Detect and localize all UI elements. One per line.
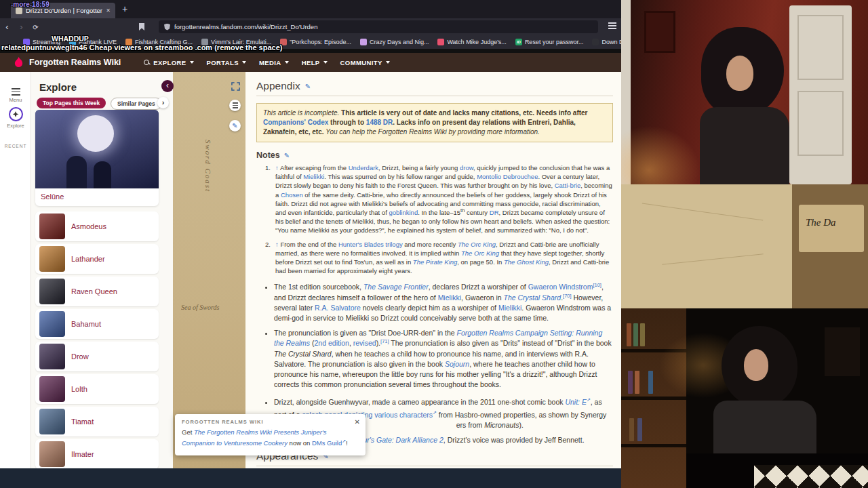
page-thumbnail [39,214,65,239]
list-item[interactable]: Lolth [35,374,159,404]
wiki-link[interactable]: DMs Guild [312,439,342,447]
bookmark-item[interactable]: Crazy Days and Nig... [360,39,429,45]
wiki-link[interactable]: The Crystal Shard [504,293,561,302]
wiki-header: Forgotten Realms Wiki EXPLORE PORTALS ME… [0,53,621,72]
list-item[interactable]: Bahamut [35,309,159,339]
wiki-site-title[interactable]: Forgotten Realms Wiki [29,58,121,67]
edit-section-icon[interactable] [305,83,311,90]
wiki-link[interactable]: Catti-brie [555,182,581,189]
browser-menu-icon[interactable] [608,22,616,29]
wiki-link[interactable]: Mielikki [438,293,461,302]
rail-explore-button[interactable]: Explore [0,107,31,129]
bookmark-flag-icon[interactable] [139,23,144,30]
edit-section-icon[interactable] [284,152,290,159]
pills-scroll-button[interactable] [157,97,169,108]
wiki-link[interactable]: 1488 DR [366,119,393,126]
close-icon[interactable] [355,418,360,426]
nav-media[interactable]: MEDIA [259,59,289,66]
bookmark-item[interactable]: "Porkchops: Episode... [280,39,351,45]
webcam-feed-top [621,0,868,184]
picture-frame [825,327,860,376]
wiki-link[interactable]: revised [353,339,376,347]
search-icon [144,60,150,66]
wiki-link[interactable]: DR [490,209,499,216]
notes-list: ↑ After escaping from the Underdark, Dri… [256,163,613,275]
page-back-button[interactable] [161,80,174,92]
fullscreen-icon[interactable] [230,81,241,92]
list-item[interactable]: Raven Queen [35,277,159,306]
note-item: ↑ After escaping from the Underdark, Dri… [275,163,613,235]
wiki-link[interactable]: Unit: E [565,398,587,406]
chevron-down-icon [242,61,246,64]
pencil-icon [232,122,237,129]
reference-item: The pronunciation is given as "Drist Doe… [274,328,613,390]
wiki-link[interactable]: The Savage Frontier [363,283,429,291]
explore-panel: Explore Top Pages this Week Similar Page… [31,72,173,468]
wiki-link[interactable]: ↑ [275,164,280,171]
url-bar[interactable]: forgottenrealms.fandom.com/wiki/Drizzt_D… [159,20,598,33]
wiki-link[interactable]: [10] [593,282,601,288]
nav-explore[interactable]: EXPLORE [144,59,193,66]
reload-button[interactable] [28,22,43,32]
wiki-link[interactable]: R.A. Salvatore [315,304,361,312]
bookmark-favicon [592,39,599,45]
wiki-link[interactable]: Gwaeron Windstrom [528,283,593,291]
reference-item: The 1st edition sourcebook, The Savage F… [274,282,613,323]
nav-community[interactable]: COMMUNITY [340,59,390,66]
chevron-down-icon [386,61,390,64]
article-content: Appendix This article is incomplete. Thi… [245,72,621,468]
wiki-link[interactable]: Mielikki [303,173,324,180]
list-item[interactable]: Ilmater [35,439,159,468]
list-item[interactable]: Drow [35,342,159,371]
wiki-link[interactable]: [70] [563,292,572,298]
wiki-link[interactable]: Chosen [281,191,303,199]
wiki-link[interactable]: Companions' Codex [263,119,328,126]
wiki-link[interactable]: Sojourn [445,360,469,368]
wiki-link[interactable]: 2nd edition [315,339,349,347]
list-item[interactable]: Asmodeus [35,211,159,241]
pill-top-pages[interactable]: Top Pages this Week [37,98,106,108]
bookmark-item[interactable]: Watch Mike Judge's... [437,39,506,45]
wiki-link[interactable]: Underdark [349,164,378,171]
chevron-down-icon [190,61,194,64]
stream-chat-text: -more-18:59 [11,1,50,8]
wiki-link[interactable]: The Orc King [458,241,496,248]
picture-frame [644,11,675,53]
fandom-logo-icon[interactable] [14,57,24,68]
bookmark-favicon [360,39,367,45]
new-tab-button[interactable] [122,3,127,14]
wiki-link[interactable]: Montolio Debrouchee [477,173,538,180]
table-of-contents-button[interactable] [229,100,241,111]
wiki-link[interactable]: [71] [380,338,389,344]
wiki-link[interactable]: goblinkind [389,209,418,216]
list-item[interactable]: Lathander [35,244,159,274]
nav-help[interactable]: HELP [302,59,328,66]
map-region-label: The Da [806,217,836,228]
bookmark-item[interactable]: IDReset your passwor... [515,39,584,45]
list-item[interactable]: Tiamat [35,407,159,436]
wiki-link[interactable]: The Ghost King [504,258,549,266]
shield-icon[interactable] [164,24,170,30]
note-item: ↑ From the end of the Hunter's Blades tr… [275,240,613,276]
back-button[interactable] [0,22,14,32]
list-icon [233,102,238,108]
nav-portals[interactable]: PORTALS [207,59,246,66]
explore-panel-title: Explore [39,81,77,93]
forward-button[interactable] [14,22,28,32]
wiki-link[interactable]: drow [460,164,473,171]
wiki-link[interactable]: Mielikki [498,304,521,312]
page-thumbnail [39,409,65,434]
bookmark-favicon [437,39,444,45]
page-thumbnail [39,344,65,369]
map-label: Sea of Swords [181,304,219,311]
featured-page-card[interactable]: Selûne [35,110,159,206]
menu-button[interactable]: Menu [0,80,31,103]
edit-button[interactable] [229,120,241,131]
checkered-floor [754,465,868,488]
hamburger-icon [12,88,20,95]
tab-close-icon[interactable] [106,7,111,14]
wiki-link[interactable]: The Pirate King [413,258,457,266]
pill-similar-pages[interactable]: Similar Pages [111,98,162,110]
wiki-link[interactable]: Hunter's Blades trilogy [338,241,403,248]
wiki-link[interactable]: The Orc King [461,249,499,257]
